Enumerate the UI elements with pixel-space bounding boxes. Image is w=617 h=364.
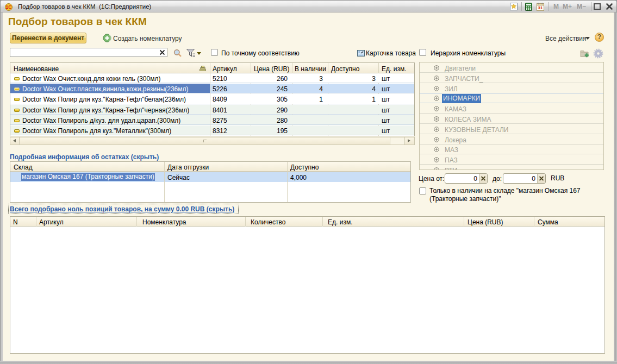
svg-text:31: 31 [538, 5, 543, 10]
svg-text:1С: 1С [5, 4, 12, 10]
